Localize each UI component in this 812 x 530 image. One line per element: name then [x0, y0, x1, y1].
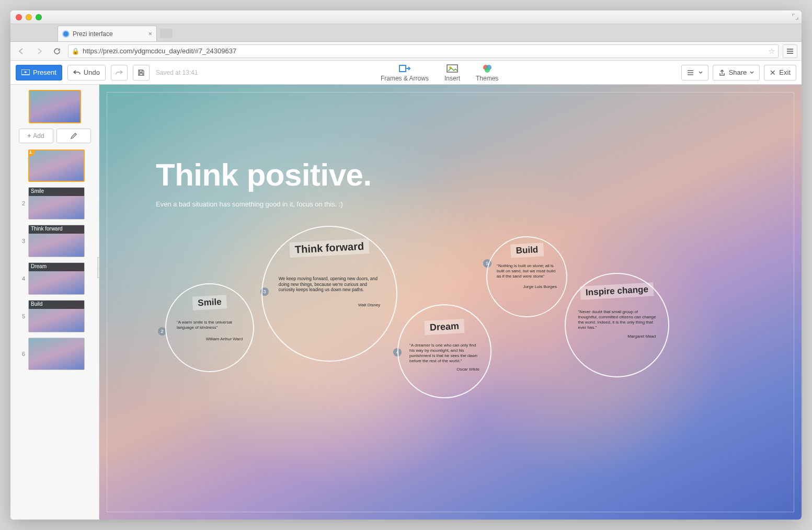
- tab-close-icon[interactable]: ×: [148, 30, 152, 38]
- frame-think-forward[interactable]: Think forward We keep moving forward, op…: [261, 226, 397, 362]
- mac-titlebar: [10, 10, 802, 24]
- close-icon: ✕: [770, 68, 776, 77]
- title-block[interactable]: Think positive. Even a bad situation has…: [156, 157, 372, 208]
- path-thumbnail-5[interactable]: Build: [28, 300, 85, 332]
- thumb-index: 3: [18, 238, 25, 244]
- insert-label: Insert: [444, 75, 460, 82]
- frame-title: Inspire change: [580, 282, 654, 299]
- path-thumbnail-1[interactable]: 1: [28, 149, 85, 182]
- thumb-index: 2: [18, 200, 25, 206]
- share-button[interactable]: Share: [713, 65, 760, 80]
- share-icon: [718, 69, 726, 76]
- exit-label: Exit: [779, 68, 791, 76]
- thumb-badge: 1: [28, 149, 35, 156]
- thumb-label: Think forward: [29, 225, 84, 234]
- path-thumbnail-4[interactable]: Dream: [28, 262, 85, 295]
- edit-path-button[interactable]: [56, 129, 91, 143]
- prezi-favicon-icon: [62, 30, 70, 38]
- insert-button[interactable]: Insert: [444, 63, 460, 82]
- frame-title: Smile: [192, 295, 227, 310]
- fullscreen-icon[interactable]: [792, 14, 798, 20]
- frame-inspire-change[interactable]: Inspire change "Never doubt that small g…: [565, 273, 669, 377]
- add-frame-button[interactable]: + Add: [19, 129, 53, 143]
- frame-smile[interactable]: Smile "A warm smile is the universal lan…: [165, 283, 254, 372]
- frame-author: Oscar Wilde: [409, 367, 479, 372]
- themes-button[interactable]: Themes: [476, 63, 498, 82]
- themes-label: Themes: [476, 75, 498, 82]
- browser-tab[interactable]: Prezi interface ×: [58, 26, 157, 41]
- presentation-title: Think positive.: [156, 157, 372, 193]
- reload-button[interactable]: [50, 44, 64, 58]
- share-label: Share: [729, 68, 747, 76]
- path-thumbnail-2[interactable]: Smile: [28, 187, 85, 220]
- presentation-subtitle: Even a bad situation has something good …: [156, 200, 372, 208]
- chevron-down-icon: [750, 71, 754, 74]
- frame-title: Build: [510, 243, 544, 258]
- toolbar-right: Share ✕ Exit: [681, 65, 796, 80]
- svg-point-6: [485, 67, 490, 73]
- frame-author: Jorge Luis Borges: [497, 284, 557, 289]
- thumb-label: Dream: [29, 263, 84, 271]
- undo-button[interactable]: Undo: [67, 65, 106, 80]
- prezi-toolbar: Present Undo Saved at 13:41 Frames & Arr…: [10, 61, 802, 85]
- insert-icon: [447, 63, 458, 74]
- frame-author: Margaret Mead: [578, 334, 656, 339]
- window-controls: [16, 14, 42, 20]
- path-thumbnail-6[interactable]: [28, 338, 85, 370]
- frame-quote: "Never doubt that small group of thought…: [578, 309, 656, 330]
- pencil-icon: [70, 132, 77, 140]
- frame-title: Dream: [424, 319, 464, 335]
- plus-icon: +: [27, 132, 31, 140]
- thumb-label: Build: [29, 301, 84, 309]
- hamburger-icon: [687, 70, 695, 75]
- overview-thumbnail[interactable]: [29, 90, 81, 123]
- chevron-down-icon: [699, 71, 703, 74]
- toolbar-center: Frames & Arrows Insert Themes: [381, 63, 498, 82]
- path-thumbnails: 1 2 Smile 3 Think forward 4 Dream 5 B: [10, 149, 99, 370]
- thumbnail-row: 1: [10, 149, 99, 182]
- path-sidebar: + Add 1 2 Smile 3: [10, 85, 99, 520]
- canvas-background: Think positive. Even a bad situation has…: [99, 85, 802, 520]
- bookmark-star-icon[interactable]: ☆: [768, 47, 775, 56]
- add-label: Add: [33, 132, 44, 140]
- back-button[interactable]: [15, 44, 28, 58]
- redo-button[interactable]: [111, 65, 128, 80]
- save-button[interactable]: [133, 65, 150, 80]
- thumb-index: 6: [18, 351, 25, 357]
- present-icon: [21, 70, 30, 76]
- zoom-window-button[interactable]: [36, 14, 42, 20]
- editor-content: + Add 1 2 Smile 3: [10, 85, 802, 520]
- thumb-index: 4: [18, 275, 25, 282]
- frame-author: Walt Disney: [279, 303, 381, 307]
- frame-title: Think forward: [289, 238, 370, 258]
- present-label: Present: [33, 68, 56, 76]
- browser-window: Prezi interface × 🔒 https://prezi.com/yd…: [10, 10, 802, 520]
- forward-button[interactable]: [32, 44, 46, 58]
- thumbnail-row: 6: [10, 338, 99, 370]
- thumbnail-row: 3 Think forward: [10, 225, 99, 257]
- frame-build[interactable]: Build "Nothing is built on stone; all is…: [486, 236, 567, 317]
- chrome-menu-button[interactable]: [783, 44, 797, 58]
- canvas-viewport[interactable]: Think positive. Even a bad situation has…: [99, 85, 802, 520]
- url-text: https://prezi.com/ydgmcdcu_day/edit/#7_2…: [83, 47, 236, 55]
- frames-arrows-button[interactable]: Frames & Arrows: [381, 63, 429, 82]
- thumbnail-row: 5 Build: [10, 300, 99, 332]
- frame-dream[interactable]: Dream "A dreamer is one who can only fin…: [397, 304, 491, 398]
- settings-menu-button[interactable]: [681, 65, 708, 80]
- address-bar[interactable]: 🔒 https://prezi.com/ydgmcdcu_day/edit/#7…: [68, 44, 779, 58]
- minimize-window-button[interactable]: [26, 14, 32, 20]
- frames-arrows-icon: [399, 63, 410, 74]
- themes-icon: [482, 63, 493, 74]
- close-window-button[interactable]: [16, 14, 22, 20]
- exit-button[interactable]: ✕ Exit: [764, 65, 796, 80]
- path-thumbnail-3[interactable]: Think forward: [28, 225, 85, 257]
- present-button[interactable]: Present: [16, 65, 62, 80]
- new-tab-button[interactable]: [160, 29, 173, 38]
- frame-quote: We keep moving forward, opening new door…: [279, 276, 381, 293]
- lock-icon: 🔒: [72, 48, 79, 55]
- frame-quote: "A dreamer is one who can only find his …: [409, 343, 479, 364]
- save-icon: [138, 69, 145, 76]
- frame-author: William Arthur Ward: [177, 337, 243, 341]
- undo-icon: [73, 70, 81, 76]
- redo-icon: [116, 70, 123, 76]
